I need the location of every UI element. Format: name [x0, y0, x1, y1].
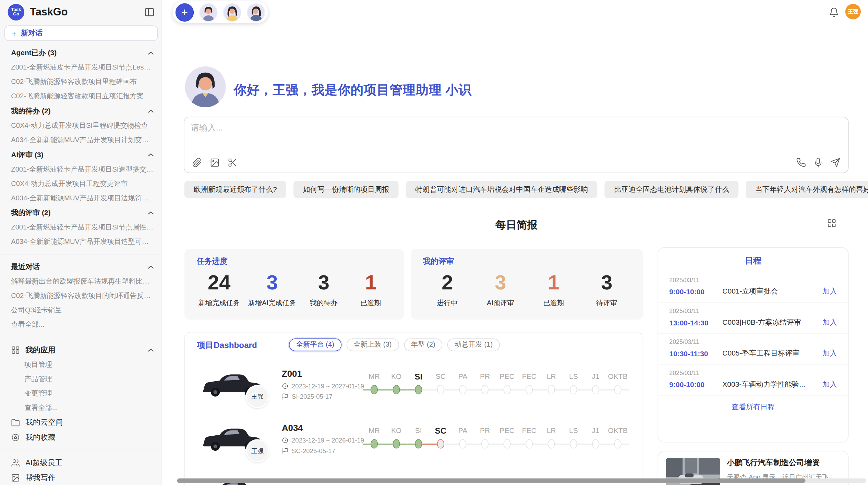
milestone-node[interactable] — [504, 385, 511, 394]
milestone-node[interactable] — [570, 439, 577, 448]
project-row[interactable]: 王强 A034 2023-12-19 ~ 2026-01-19 SC-2025-… — [185, 419, 642, 473]
milestone: LR — [540, 371, 563, 398]
dashboard-tab[interactable]: 全新平台 (4) — [289, 338, 341, 351]
section-header-my-review[interactable]: 我的评审 (2) — [0, 205, 162, 220]
dashboard-tab[interactable]: 年型 (2) — [404, 338, 443, 351]
suggestion-chip[interactable]: 当下年轻人对汽车外观有怎样的喜好趋势 — [746, 181, 868, 198]
phone-call-icon[interactable] — [796, 158, 806, 167]
sidebar-item-cloud-space[interactable]: 我的云空间 — [0, 415, 162, 430]
stat-item: 3 新增AI完成任务 — [248, 271, 296, 308]
horizontal-scrollbar-thumb[interactable] — [177, 478, 806, 483]
notification-bell-icon[interactable] — [829, 7, 839, 18]
agent-avatar[interactable] — [199, 3, 217, 21]
milestone-node[interactable] — [393, 439, 400, 448]
stat-item: 24 新增完成任务 — [198, 271, 240, 308]
agent-avatar[interactable] — [223, 3, 241, 21]
recent-chat-item[interactable]: C02-飞腾新能源轻客改款项目的闭环通告反馈情况 — [0, 289, 162, 303]
sidebar-task-item[interactable]: C02-飞腾新能源轻客改款项目立项汇报方案 — [0, 89, 162, 103]
sidebar-task-item[interactable]: C02-飞腾新能源轻客改款项目里程碑画布 — [0, 75, 162, 89]
sidebar-task-item[interactable]: A034-全新新能源MUV产品开发项目计划变更表编写 — [0, 133, 162, 147]
milestone-node[interactable] — [371, 439, 378, 448]
milestone-node[interactable] — [592, 439, 599, 448]
milestone-node[interactable] — [592, 385, 599, 394]
sidebar-task-item[interactable]: A034-全新新能源MUV产品开发项目法规符合性评审 — [0, 191, 162, 205]
milestone: LS — [563, 425, 585, 452]
user-avatar[interactable]: 王强 — [845, 4, 861, 19]
suggestion-chip[interactable]: 如何写一份清晰的项目周报 — [293, 181, 399, 198]
recent-chat-item[interactable]: 公司Q3轻卡销量 — [0, 303, 162, 318]
dashboard-tab[interactable]: 全新上装 (3) — [346, 338, 399, 351]
milestone-node[interactable] — [415, 385, 422, 394]
milestone-node[interactable] — [437, 439, 444, 448]
milestone-node[interactable] — [459, 385, 466, 394]
app-shortcut-item[interactable]: 变更管理 — [0, 386, 162, 400]
sidebar-item-ai-staff[interactable]: AI超级员工 — [0, 455, 162, 470]
ai-review-list: Z001-全新燃油轻卡产品开发项目SI造型提交物评审C0X4-动力总成开发项目工… — [0, 162, 162, 205]
sidebar-task-item[interactable]: Z001-全新燃油轻卡产品开发项目SI造型提交物评审 — [0, 162, 162, 176]
sidebar-task-item[interactable]: Z001-全新燃油皮卡产品开发项目SI节点Lesson Learn报告 — [0, 60, 162, 75]
milestone-node[interactable] — [614, 439, 622, 448]
send-icon[interactable] — [830, 158, 840, 167]
milestone-node[interactable] — [570, 385, 577, 394]
sidebar-item-favorites[interactable]: 我的收藏 — [0, 430, 162, 445]
layout-grid-icon[interactable] — [827, 219, 836, 228]
new-chat-button[interactable]: + 新对话 — [4, 25, 158, 41]
microphone-icon[interactable] — [813, 158, 823, 167]
horizontal-scrollbar-track[interactable] — [177, 478, 866, 483]
section-header-agent-done[interactable]: Agent已办 (3) — [0, 45, 162, 60]
milestone-node[interactable] — [437, 385, 444, 394]
milestone-node[interactable] — [526, 439, 533, 448]
milestone: LS — [563, 371, 585, 398]
milestone-node[interactable] — [459, 439, 466, 448]
recent-chat-item[interactable]: 查看全部... — [0, 318, 162, 332]
sidebar-item-help-write[interactable]: 帮我写作 — [0, 470, 162, 485]
milestone-node[interactable] — [481, 439, 489, 448]
app-shortcut-item[interactable]: 项目管理 — [0, 357, 162, 372]
milestone-label: SC — [430, 371, 452, 382]
milestone-node[interactable] — [526, 385, 533, 394]
sidebar-item-my-apps[interactable]: 我的应用 — [0, 343, 162, 358]
milestone-node[interactable] — [481, 385, 489, 394]
suggestion-chip[interactable]: 特朗普可能对进口汽车增税会对中国车企造成哪些影响 — [406, 181, 598, 198]
milestone: MR — [363, 371, 385, 398]
join-link[interactable]: 加入 — [823, 348, 837, 358]
sidebar-task-item[interactable]: A034-全新新能源MUV产品开发项目造型可行性评审 — [0, 235, 162, 249]
sidebar-task-item[interactable]: C0X4-动力总成开发项目工程变更评审 — [0, 176, 162, 191]
chat-input[interactable] — [190, 122, 744, 150]
project-milestone-flag: SC-2025-05-17 — [282, 447, 364, 454]
milestone-node[interactable] — [548, 439, 555, 448]
milestone-node[interactable] — [548, 385, 555, 394]
join-link[interactable]: 加入 — [823, 318, 837, 327]
image-upload-icon[interactable] — [210, 158, 220, 167]
milestone-label: PR — [474, 371, 496, 382]
view-all-schedule-link[interactable]: 查看所有日程 — [658, 402, 848, 412]
app-shortcut-item[interactable]: 产品管理 — [0, 372, 162, 386]
milestone-node[interactable] — [614, 385, 622, 394]
recent-chat-item[interactable]: 解释最新出台的欧盟报废车法规再生塑料比例被调至15%... — [0, 274, 162, 289]
screenshot-scissors-icon[interactable] — [228, 158, 238, 167]
sidebar-task-item[interactable]: Z001-全新燃油轻卡产品开发项目SI节点属性5D文件评审 — [0, 220, 162, 235]
add-agent-button[interactable]: + — [176, 3, 194, 21]
section-header-ai-review[interactable]: AI评审 (3) — [0, 147, 162, 162]
sidebar-collapse-icon[interactable] — [144, 7, 155, 17]
agent-avatar[interactable] — [247, 3, 265, 21]
milestone-label: LS — [563, 371, 585, 382]
app-shortcut-item[interactable]: 查看全部... — [0, 400, 162, 415]
milestone-node[interactable] — [504, 439, 511, 448]
project-row[interactable]: 王强 Z001 2023-12-19 ~ 2027-01-19 SI-2025-… — [185, 364, 642, 419]
attachment-icon[interactable] — [192, 158, 202, 167]
milestone: FEC — [518, 425, 540, 452]
milestone-node[interactable] — [371, 385, 378, 394]
join-link[interactable]: 加入 — [823, 380, 837, 389]
users-icon — [11, 458, 20, 467]
milestone-node[interactable] — [415, 439, 422, 448]
section-header-recent-chats[interactable]: 最近对话 — [0, 259, 162, 274]
milestone-node[interactable] — [393, 385, 400, 394]
suggestion-chip[interactable]: 比亚迪全固态电池计划具体说了什么 — [605, 181, 739, 198]
sidebar-task-item[interactable]: C0X4-动力总成开发项目SI里程碑提交物检查 — [0, 119, 162, 133]
join-link[interactable]: 加入 — [823, 286, 837, 296]
composer-left-tools — [192, 158, 237, 167]
section-header-my-todo[interactable]: 我的待办 (2) — [0, 103, 162, 119]
dashboard-tab[interactable]: 动总开发 (1) — [447, 338, 500, 351]
suggestion-chip[interactable]: 欧洲新规最近颁布了什么? — [184, 181, 287, 198]
